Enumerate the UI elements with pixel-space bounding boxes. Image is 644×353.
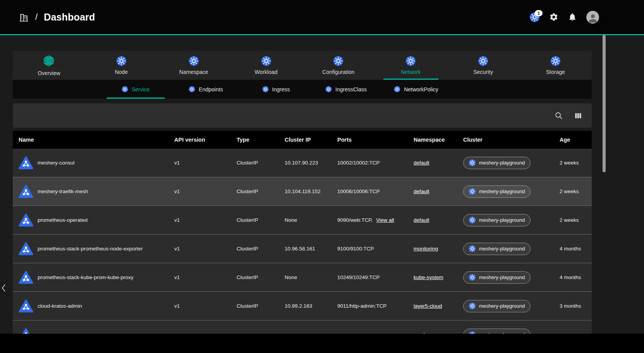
cluster-chip[interactable]: meshery-playground [463,157,531,169]
kubernetes-icon [262,86,269,93]
kubernetes-status-button[interactable]: 1 [529,12,540,22]
age: 2 weeks [554,188,592,194]
main-tab-label: Node [115,69,128,75]
main-tab-network[interactable]: Network [374,51,447,80]
service-type: ClusterIP [231,274,279,280]
main-tab-label: Configuration [322,69,354,75]
column-header[interactable]: Cluster [457,137,554,143]
table-row[interactable]: prometheus-stack-kube-prom-kube-proxy v1… [13,263,592,292]
namespace-link[interactable]: layer5-cloud [414,303,442,309]
age: 4 months [554,246,592,252]
api-version: v1 [168,188,231,194]
cluster-ip: 10.99.2.163 [279,303,331,309]
avatar[interactable] [586,11,599,24]
service-name: meshery-traefik-mesh [38,188,88,194]
collapse-sidebar-chevron-icon[interactable] [0,283,7,293]
namespace-link[interactable]: monitoring [414,246,438,252]
kubernetes-icon [469,245,476,252]
age: 4 months [554,274,592,280]
sub-tab-ingressclass[interactable]: IngressClass [311,80,381,99]
service-type: ClusterIP [231,188,279,194]
api-version: v1 [168,160,231,166]
column-header[interactable]: Ports [331,137,408,143]
cluster-ip: 10.96.58.161 [279,246,331,252]
cluster-chip[interactable]: meshery-playground [463,185,531,198]
column-header[interactable]: Age [554,137,592,143]
table-row[interactable]: cloud-kratos-admin v1 ClusterIP 10.99.2.… [13,292,592,320]
kubernetes-icon [478,56,488,66]
search-button[interactable] [555,111,563,120]
main-tab-bar: Overview Node Namespace Workload Configu… [13,51,592,80]
table-row[interactable]: prometheus-stack-prometheus-node-exporte… [13,235,592,263]
service-type: ClusterIP [231,217,279,223]
cluster-chip-label: meshery-playground [479,246,525,252]
namespace-link[interactable]: default [414,217,429,223]
ports-text: 9090/web:TCP, [337,217,373,223]
cluster-chip[interactable]: meshery-playground [463,271,531,284]
column-header[interactable]: Namespace [408,137,457,143]
app-header: / Dashboard 1 [0,0,644,34]
kubernetes-icon [122,86,128,93]
service-name: prometheus-operated [38,217,88,223]
main-tab-node[interactable]: Node [85,51,158,80]
main-tab-configuration[interactable]: Configuration [302,51,375,80]
scrollbar-thumb[interactable] [603,35,606,172]
main-tab-security[interactable]: Security [447,51,519,80]
dashboard-page: / Dashboard 1 Overview Node [0,0,644,353]
breadcrumb-separator: / [35,12,38,22]
main-tab-namespace[interactable]: Namespace [158,51,230,80]
service-resource-icon [19,242,33,255]
main-tab-label: Overview [38,70,60,76]
age: 2 weeks [554,160,592,166]
main-tab-overview[interactable]: Overview [13,51,85,80]
services-table: NameAPI versionTypeCluster IPPortsNamesp… [13,131,592,349]
breadcrumb: / Dashboard [19,12,95,23]
bottom-strip [0,334,644,353]
column-header[interactable]: Name [13,137,168,143]
settings-button[interactable] [549,12,558,22]
namespace-link[interactable]: kube-system [414,274,443,280]
service-type: ClusterIP [231,246,279,252]
namespace-link[interactable]: default [414,188,429,194]
sub-tab-networkpolicy[interactable]: NetworkPolicy [381,80,451,99]
table-row[interactable]: meshery-traefik-mesh v1 ClusterIP 10.104… [13,177,592,206]
cluster-chip[interactable]: meshery-playground [463,243,531,255]
age: 2 weeks [554,217,592,223]
view-columns-button[interactable] [574,111,582,120]
api-version: v1 [168,274,231,280]
accent-divider [0,34,644,35]
main-tab-label: Workload [255,69,278,75]
ports-text: 9100/9100:TCP [337,246,374,252]
main-tab-workload[interactable]: Workload [230,51,302,80]
kubernetes-icon [116,56,127,66]
sub-tab-service[interactable]: Service [101,80,171,99]
ports-text: 10249/10249:TCP [337,274,380,280]
sub-tab-ingress[interactable]: Ingress [241,80,311,99]
cluster-chip[interactable]: meshery-playground [463,300,531,312]
service-resource-icon [19,156,33,170]
ports-text: 10002/10002:TCP [337,160,380,166]
header-actions: 1 [529,11,599,24]
column-header[interactable]: Cluster IP [279,137,331,143]
kubernetes-icon [469,302,476,310]
namespace-link[interactable]: default [414,160,429,166]
building-icon[interactable] [19,12,29,22]
table-row[interactable]: prometheus-operated v1 ClusterIP None 90… [13,206,592,235]
cluster-ip: 10.107.90.223 [279,160,331,166]
sub-tab-label: IngressClass [335,86,367,93]
sub-tab-bar: Service Endpoints Ingress IngressClass N… [13,80,592,99]
notifications-button[interactable] [568,12,577,22]
column-header[interactable]: Type [231,137,279,143]
main-tab-storage[interactable]: Storage [519,51,592,80]
search-icon [555,111,563,120]
kubernetes-icon [405,56,416,66]
cluster-chip[interactable]: meshery-playground [463,214,531,226]
sub-tab-endpoints[interactable]: Endpoints [171,80,241,99]
meshery-icon [42,54,55,67]
view-all-link[interactable]: View all [376,217,394,223]
main-tab-label: Storage [546,69,565,75]
kubernetes-icon [394,86,400,93]
table-row[interactable]: meshery-consul v1 ClusterIP 10.107.90.22… [13,149,592,177]
column-header[interactable]: API version [168,137,231,143]
cluster-ip: 10.104.119.152 [279,188,331,194]
